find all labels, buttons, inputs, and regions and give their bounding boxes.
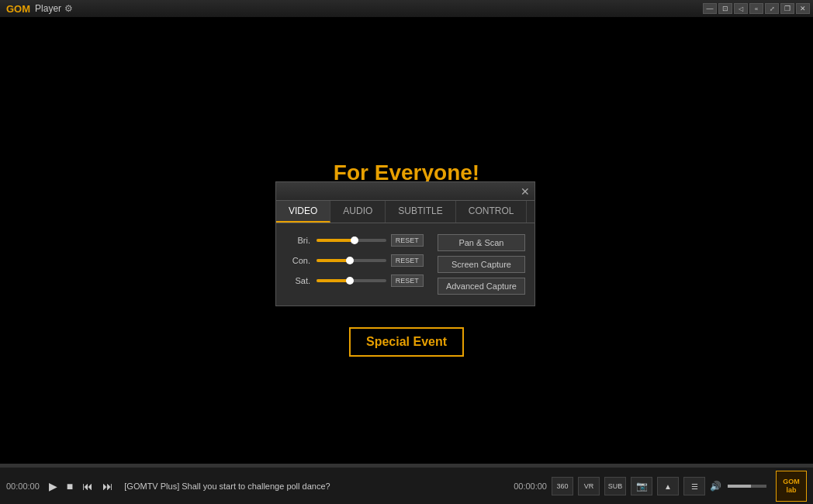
pan-scan-button[interactable]: Pan & Scan bbox=[438, 234, 525, 251]
icon-360-button[interactable]: 360 bbox=[552, 477, 573, 495]
right-controls: 00:00:00 360 VR SUB 📷 ▲ ☰ 🔊 GOMlab bbox=[514, 471, 807, 502]
speaker-button[interactable]: ◁ bbox=[734, 3, 748, 14]
progress-bar[interactable] bbox=[0, 464, 813, 468]
video-area: For Everyone! Special Event ✕ VIDEO AUDI… bbox=[0, 17, 813, 464]
prev-button[interactable]: ⏮ bbox=[79, 478, 96, 494]
titlebar-logo: GOM bbox=[6, 3, 30, 15]
contrast-track[interactable] bbox=[317, 259, 386, 262]
gear-icon[interactable]: ⚙ bbox=[64, 3, 73, 14]
contrast-label: Con. bbox=[285, 256, 310, 265]
sliders-section: Bri. RESET Con. RE bbox=[285, 234, 430, 295]
contrast-reset[interactable]: RESET bbox=[391, 254, 424, 267]
saturation-reset[interactable]: RESET bbox=[391, 274, 424, 287]
dialog-titlebar: ✕ bbox=[276, 182, 535, 201]
advanced-capture-button[interactable]: Advanced Capture bbox=[438, 278, 525, 295]
tab-subtitle[interactable]: SUBTITLE bbox=[386, 201, 455, 223]
minimize-button[interactable]: — bbox=[703, 3, 717, 14]
time-elapsed: 00:00:00 bbox=[6, 482, 40, 491]
song-title: [GOMTV Plus] Shall you start to challeng… bbox=[124, 482, 514, 491]
titlebar: GOM Player ⚙ — ⊡ ◁ « ⤢ ❐ ✕ bbox=[0, 0, 813, 17]
brightness-thumb[interactable] bbox=[351, 236, 358, 244]
titlebar-controls: — ⊡ ◁ « ⤢ ❐ ✕ bbox=[703, 3, 810, 14]
contrast-row: Con. RESET bbox=[285, 254, 430, 267]
tab-audio[interactable]: AUDIO bbox=[330, 201, 386, 223]
dialog-inner: Bri. RESET Con. RE bbox=[285, 234, 525, 295]
next-button[interactable]: ⏭ bbox=[99, 478, 116, 494]
brightness-reset[interactable]: RESET bbox=[391, 234, 424, 247]
icon-vr-button[interactable]: VR bbox=[578, 477, 600, 495]
tab-video[interactable]: VIDEO bbox=[276, 201, 330, 223]
titlebar-title: Player bbox=[35, 3, 61, 14]
play-button[interactable]: ▶ bbox=[46, 478, 61, 494]
special-event-button[interactable]: Special Event bbox=[349, 327, 464, 357]
icon-menu-button[interactable]: ☰ bbox=[683, 477, 705, 495]
saturation-row: Sat. RESET bbox=[285, 274, 430, 287]
saturation-track[interactable] bbox=[317, 279, 386, 282]
contrast-thumb[interactable] bbox=[346, 257, 354, 264]
control-bar: 00:00:00 ▶ ■ ⏮ ⏭ [GOMTV Plus] Shall you … bbox=[0, 464, 813, 504]
dialog-content: Bri. RESET Con. RE bbox=[276, 223, 535, 306]
snap-button[interactable]: ⊡ bbox=[718, 3, 732, 14]
expand-button[interactable]: ⤢ bbox=[765, 3, 779, 14]
screen-capture-button[interactable]: Screen Capture bbox=[438, 256, 525, 273]
playback-controls: ▶ ■ ⏮ ⏭ bbox=[46, 478, 116, 494]
controls-row: 00:00:00 ▶ ■ ⏮ ⏭ [GOMTV Plus] Shall you … bbox=[0, 468, 813, 504]
buttons-section: Pan & Scan Screen Capture Advanced Captu… bbox=[438, 234, 525, 295]
volume-fill bbox=[728, 485, 751, 488]
dialog-close-icon[interactable]: ✕ bbox=[521, 186, 530, 197]
close-button[interactable]: ✕ bbox=[796, 3, 810, 14]
time-total: 00:00:00 bbox=[514, 482, 547, 491]
volume-slider[interactable] bbox=[728, 485, 766, 488]
icon-sub-button[interactable]: SUB bbox=[604, 477, 626, 495]
gomlab-logo: GOMlab bbox=[783, 478, 800, 495]
brightness-row: Bri. RESET bbox=[285, 234, 430, 247]
restore-button[interactable]: ❐ bbox=[780, 3, 794, 14]
video-settings-dialog: ✕ VIDEO AUDIO SUBTITLE CONTROL Bri. bbox=[275, 181, 535, 306]
volume-icon: 🔊 bbox=[710, 481, 721, 492]
gomlab-button[interactable]: GOMlab bbox=[776, 471, 807, 502]
tab-control[interactable]: CONTROL bbox=[456, 201, 528, 223]
saturation-label: Sat. bbox=[285, 276, 310, 285]
brightness-track[interactable] bbox=[317, 239, 386, 242]
icon-up-button[interactable]: ▲ bbox=[657, 477, 679, 495]
brightness-label: Bri. bbox=[285, 236, 310, 245]
rewind-button[interactable]: « bbox=[749, 3, 763, 14]
icon-screenshot-button[interactable]: 📷 bbox=[631, 477, 652, 495]
stop-button[interactable]: ■ bbox=[64, 478, 76, 494]
saturation-thumb[interactable] bbox=[346, 277, 354, 285]
dialog-tabs: VIDEO AUDIO SUBTITLE CONTROL bbox=[276, 201, 535, 223]
